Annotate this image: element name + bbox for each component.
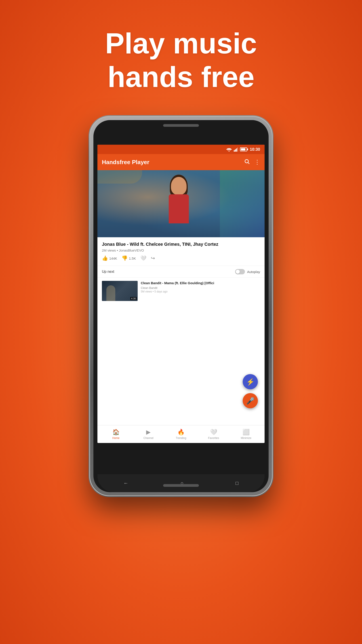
recents-button[interactable]: □ [236, 480, 238, 486]
wifi-icon [226, 147, 232, 152]
svg-line-6 [248, 162, 249, 164]
android-nav: ← ○ □ [97, 474, 265, 492]
speaker-top [163, 124, 199, 127]
like-count: 144K [109, 256, 117, 260]
svg-point-5 [245, 160, 248, 163]
share-icon: ↪ [151, 255, 155, 261]
app-toolbar: Handsfree Player ⋮ [97, 154, 265, 170]
status-time: 10:30 [250, 147, 260, 152]
next-video-info: Clean Bandit - Mama (ft. Ellie Goulding)… [141, 281, 260, 301]
nav-channel[interactable]: ▶ Channel [132, 429, 165, 440]
headline-line2: hands free [107, 60, 254, 93]
autoplay-toggle[interactable]: Autoplay [235, 269, 260, 274]
like-button[interactable]: 👍 144K [102, 255, 117, 261]
svg-rect-1 [234, 150, 235, 152]
favorite-button[interactable]: 🤍 [140, 255, 146, 261]
screen: 10:30 Handsfree Player ⋮ [97, 145, 265, 443]
back-button[interactable]: ← [124, 480, 128, 486]
nav-home[interactable]: 🏠 Home [100, 429, 132, 440]
trending-icon: 🔥 [177, 429, 185, 436]
autoplay-label: Autoplay [247, 270, 260, 274]
next-video-channel: Clean Bandit [141, 286, 260, 290]
nav-trending[interactable]: 🔥 Trending [165, 429, 197, 440]
up-next-label: Up next [102, 270, 235, 274]
mic-icon: 🎤 [246, 397, 255, 405]
next-video-thumbnail: 4:30 [102, 281, 138, 301]
channel-icon: ▶ [146, 429, 151, 436]
video-info: Jonas Blue - Wild ft. Chelcee Grimes, TI… [97, 237, 265, 266]
lightning-icon: ⚡ [246, 378, 255, 386]
more-options-icon[interactable]: ⋮ [254, 159, 260, 166]
toggle-track[interactable] [235, 269, 245, 274]
video-thumbnail [97, 170, 265, 237]
next-video-item[interactable]: 4:30 Clean Bandit - Mama (ft. Ellie Goul… [97, 278, 265, 304]
next-video-title: Clean Bandit - Mama (ft. Ellie Goulding)… [141, 281, 260, 285]
svg-rect-4 [237, 148, 238, 152]
speaker-bottom [163, 484, 199, 487]
status-icons [226, 147, 247, 152]
dislike-count: 1.5K [129, 256, 136, 260]
status-bar: 10:30 [97, 145, 265, 154]
fab-mic-button[interactable]: 🎤 [243, 393, 258, 408]
next-video-duration: 4:30 [130, 297, 137, 300]
home-icon: 🏠 [112, 429, 120, 436]
dislike-icon: 👎 [122, 255, 128, 261]
next-video-views: 5M views • 5 days ago [141, 290, 260, 293]
phone-mockup: 10:30 Handsfree Player ⋮ [89, 116, 273, 496]
favorites-icon: 🤍 [210, 429, 217, 436]
toggle-thumb [236, 270, 240, 274]
video-actions: 👍 144K 👎 1.5K 🤍 ↪ [102, 255, 260, 264]
video-meta: 2M views • JonasBlueVEVO [102, 248, 260, 252]
search-icon[interactable] [244, 158, 250, 166]
svg-rect-2 [235, 149, 236, 152]
toolbar-icons: ⋮ [244, 158, 260, 166]
like-icon: 👍 [102, 255, 108, 261]
signal-icon [234, 147, 238, 152]
nav-favorites[interactable]: 🤍 Favorites [197, 429, 230, 440]
share-button[interactable]: ↪ [151, 255, 155, 261]
phone-inner: 10:30 Handsfree Player ⋮ [93, 120, 269, 492]
headline-line1: Play music [105, 27, 257, 60]
svg-rect-3 [236, 148, 237, 152]
phone-shell: 10:30 Handsfree Player ⋮ [89, 116, 273, 496]
svg-point-0 [229, 150, 230, 152]
headline-text: Play music hands free [105, 27, 257, 94]
bottom-nav: 🏠 Home ▶ Channel 🔥 Trending 🤍 Favorites [97, 425, 265, 443]
app-title: Handsfree Player [102, 159, 244, 166]
battery-icon [240, 147, 247, 152]
nav-minimize[interactable]: ⬜ Minimize [230, 429, 262, 440]
heart-icon: 🤍 [140, 255, 146, 261]
minimize-icon: ⬜ [242, 429, 250, 436]
dislike-button[interactable]: 👎 1.5K [122, 255, 136, 261]
up-next-header: Up next Autoplay [97, 266, 265, 278]
fab-lightning-button[interactable]: ⚡ [243, 374, 258, 389]
video-title: Jonas Blue - Wild ft. Chelcee Grimes, TI… [102, 241, 260, 247]
